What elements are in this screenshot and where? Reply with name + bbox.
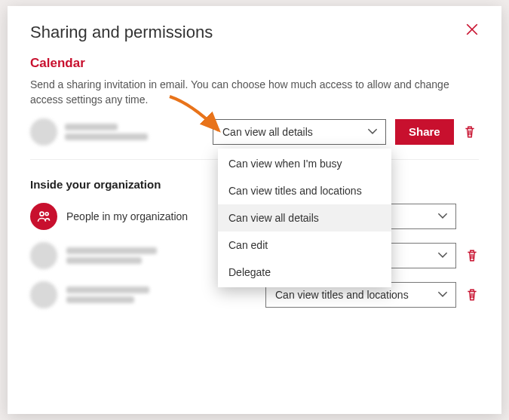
- svg-point-1: [45, 212, 48, 215]
- panel-title: Sharing and permissions: [30, 23, 213, 42]
- org-row-label: People in my organization: [66, 210, 188, 222]
- avatar: [30, 242, 57, 269]
- invite-person: [30, 118, 204, 146]
- panel-header: Sharing and permissions: [30, 23, 479, 42]
- redacted-name: [65, 124, 148, 140]
- calendar-description: Send a sharing invitation in email. You …: [30, 77, 479, 108]
- trash-icon[interactable]: [465, 288, 479, 302]
- redacted-name: [66, 247, 157, 264]
- calendar-heading: Calendar: [30, 56, 479, 71]
- chevron-down-icon: [436, 247, 449, 263]
- close-icon[interactable]: [465, 23, 479, 36]
- chevron-down-icon: [436, 287, 449, 302]
- permission-option[interactable]: Can view titles and locations: [218, 177, 391, 204]
- permission-option[interactable]: Can edit: [218, 231, 391, 259]
- share-button[interactable]: Share: [395, 119, 454, 145]
- avatar: [30, 281, 57, 308]
- permission-dropdown[interactable]: Can view when I'm busy Can view titles a…: [218, 149, 391, 287]
- people-icon: [30, 203, 57, 230]
- redacted-name: [66, 287, 149, 303]
- permission-option[interactable]: Can view when I'm busy: [218, 150, 391, 177]
- trash-icon[interactable]: [465, 249, 479, 262]
- invite-permission-value: Can view all details: [222, 126, 313, 138]
- invite-row: Can view all details Share: [30, 118, 479, 146]
- invite-permission-select[interactable]: Can view all details: [213, 119, 386, 145]
- avatar: [30, 118, 57, 146]
- trash-icon[interactable]: [463, 125, 477, 139]
- svg-point-0: [40, 212, 44, 216]
- permission-option-selected[interactable]: Can view all details: [218, 204, 391, 231]
- chevron-down-icon: [436, 208, 449, 224]
- user2-permission-value: Can view titles and locations: [275, 289, 409, 301]
- permission-option[interactable]: Delegate: [218, 259, 391, 286]
- chevron-down-icon: [366, 124, 379, 139]
